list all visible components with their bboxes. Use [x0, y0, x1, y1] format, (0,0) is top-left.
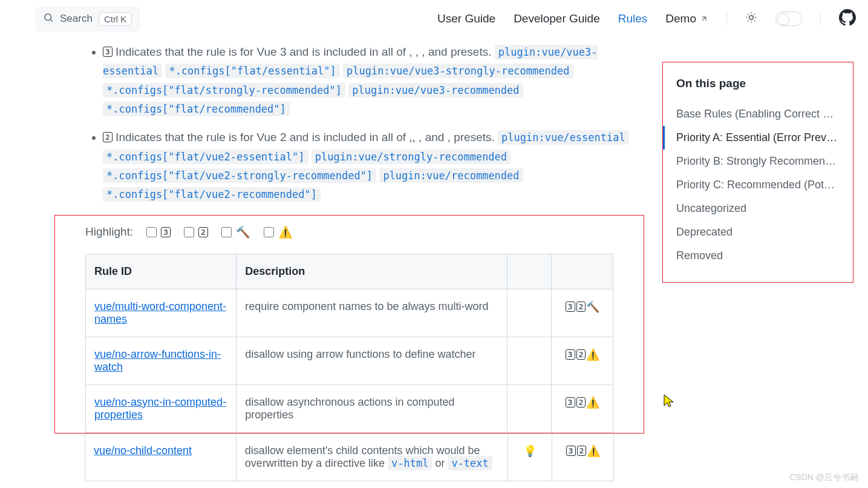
- vue3-icon: 3: [566, 446, 576, 456]
- aside-item[interactable]: Priority B: Strongly Recommended: [663, 150, 841, 173]
- rule-description: disallow using arrow functions to define…: [237, 337, 507, 384]
- preset-code: plugin:vue/recommended: [379, 168, 523, 183]
- aside-item[interactable]: Priority A: Essential (Error Prevention): [663, 126, 841, 150]
- warning-icon: ⚠️: [586, 397, 599, 409]
- on-this-page: On this page Base Rules (Enabling Correc…: [662, 62, 853, 283]
- preset-code: *.configs["flat/strongly-recommended"]: [103, 83, 345, 97]
- sun-icon: [745, 12, 757, 27]
- aside-item[interactable]: Uncategorized: [663, 197, 841, 220]
- nav-separator: [726, 12, 727, 26]
- rule-badges: 32⚠️: [552, 384, 613, 432]
- nav-user-guide[interactable]: User Guide: [437, 12, 495, 25]
- legend-item-vue3: 3 Indicates that the rule is for Vue 3 a…: [103, 42, 644, 118]
- nav-separator: [820, 12, 821, 26]
- svg-line-6: [754, 20, 755, 21]
- aside-item[interactable]: Removed: [663, 244, 841, 268]
- theme-toggle[interactable]: [775, 12, 802, 26]
- rule-fix: 💡: [507, 434, 552, 481]
- preset-code: *.configs["flat/vue2-strongly-recommende…: [103, 168, 376, 183]
- legend-list: 3 Indicates that the rule is for Vue 3 a…: [54, 42, 644, 204]
- nav-developer-guide[interactable]: Developer Guide: [514, 12, 600, 25]
- rule-badges: 32🔨: [552, 289, 613, 337]
- th-badges: [552, 254, 613, 289]
- table-row: vue/no-async-in-computed-propertiesdisal…: [86, 384, 613, 432]
- search-icon: [43, 12, 54, 26]
- aside-item[interactable]: Base Rules (Enabling Correct ESLint Pars…: [663, 102, 841, 126]
- rule-link[interactable]: vue/no-async-in-computed-properties: [94, 396, 226, 421]
- vue3-icon: 3: [161, 227, 171, 237]
- search-box[interactable]: Search Ctrl K: [35, 7, 140, 31]
- rule-description: disallow element's child contents which …: [236, 434, 507, 481]
- aside-item[interactable]: Deprecated: [663, 220, 841, 244]
- search-placeholder: Search: [60, 13, 93, 25]
- svg-line-5: [748, 14, 748, 15]
- top-navbar: Search Ctrl K User Guide Developer Guide…: [0, 0, 868, 38]
- table-row: vue/no-child-contentdisallow element's c…: [85, 434, 614, 481]
- rule-link[interactable]: vue/multi-word-component-names: [94, 300, 226, 325]
- vue3-icon: 3: [566, 397, 575, 407]
- nav-rules[interactable]: Rules: [618, 12, 648, 25]
- vue3-icon: 3: [566, 302, 575, 312]
- highlight-checkbox[interactable]: [221, 227, 232, 237]
- legend-item-vue2: 2 Indicates that the rule is for Vue 2 a…: [103, 128, 644, 203]
- preset-code: plugin:vue/essential: [498, 130, 629, 145]
- highlight-fix[interactable]: 🔨: [219, 225, 250, 239]
- nav-right: User Guide Developer Guide Rules Demo: [437, 9, 856, 29]
- vue2-icon: 2: [103, 132, 113, 142]
- svg-line-9: [748, 20, 748, 21]
- rules-redbox: Highlight: 3 2 🔨 ⚠️: [54, 215, 644, 434]
- preset-code: *.configs["flat/vue2-essential"]: [103, 150, 308, 164]
- vue3-icon: 3: [566, 349, 575, 360]
- rule-fix: [507, 384, 551, 432]
- rule-badges: 32⚠️: [552, 434, 614, 481]
- rules-table-continued: vue/no-child-contentdisallow element's c…: [85, 434, 614, 481]
- rules-table: Rule ID Description vue/multi-word-compo…: [85, 254, 613, 433]
- vue2-icon: 2: [576, 349, 586, 360]
- hammer-icon: 🔨: [586, 301, 599, 313]
- th-description: Description: [237, 254, 507, 289]
- aside-title: On this page: [676, 77, 841, 90]
- vue2-icon: 2: [198, 227, 208, 237]
- highlight-controls: Highlight: 3 2 🔨 ⚠️: [55, 216, 644, 249]
- rule-link[interactable]: vue/no-child-content: [94, 444, 192, 457]
- highlight-vue2[interactable]: 2: [181, 225, 208, 239]
- main-content: 3 Indicates that the rule is for Vue 3 a…: [54, 38, 662, 488]
- svg-point-2: [749, 15, 754, 19]
- rule-fix: [507, 289, 551, 337]
- highlight-vue3[interactable]: 3: [144, 225, 171, 239]
- vue3-icon: 3: [103, 47, 113, 57]
- highlight-checkbox[interactable]: [146, 227, 157, 237]
- table-row: vue/no-arrow-functions-in-watchdisallow …: [86, 337, 613, 384]
- nav-demo-label: Demo: [665, 12, 696, 25]
- vue2-icon: 2: [576, 302, 586, 312]
- highlight-label: Highlight:: [85, 225, 133, 239]
- table-row: vue/multi-word-component-namesrequire co…: [86, 289, 613, 337]
- highlight-checkbox[interactable]: [184, 227, 194, 237]
- aside-list: Base Rules (Enabling Correct ESLint Pars…: [663, 102, 841, 268]
- vue2-icon: 2: [577, 446, 587, 456]
- vue2-icon: 2: [576, 397, 586, 407]
- preset-code: plugin:vue/vue3-recommended: [348, 83, 523, 97]
- github-icon[interactable]: [839, 9, 856, 29]
- rule-link[interactable]: vue/no-arrow-functions-in-watch: [94, 348, 221, 373]
- warning-icon: ⚠️: [586, 349, 599, 361]
- nav-demo[interactable]: Demo: [665, 12, 708, 25]
- inline-code: v-html: [388, 456, 432, 470]
- legend3-text: Indicates that the rule is for Vue 3 and…: [116, 45, 495, 58]
- aside-item[interactable]: Priority C: Recommended (Potentially Dan…: [663, 173, 841, 197]
- warning-icon: ⚠️: [278, 225, 293, 239]
- rule-description: disallow asynchronous actions in compute…: [237, 384, 507, 432]
- highlight-checkbox[interactable]: [264, 227, 274, 237]
- preset-code: plugin:vue/vue3-strongly-recommended: [343, 64, 573, 78]
- hammer-icon: 🔨: [236, 225, 250, 239]
- external-link-icon: [700, 15, 708, 23]
- table-header-row: Rule ID Description: [86, 254, 613, 289]
- inline-code: v-text: [448, 456, 492, 470]
- warning-icon: ⚠️: [587, 445, 600, 457]
- search-kbd: Ctrl K: [99, 12, 132, 26]
- rule-fix: [507, 337, 551, 384]
- svg-point-0: [45, 14, 51, 21]
- highlight-warn[interactable]: ⚠️: [261, 225, 293, 239]
- svg-line-1: [50, 19, 52, 21]
- rule-badges: 32⚠️: [552, 337, 613, 384]
